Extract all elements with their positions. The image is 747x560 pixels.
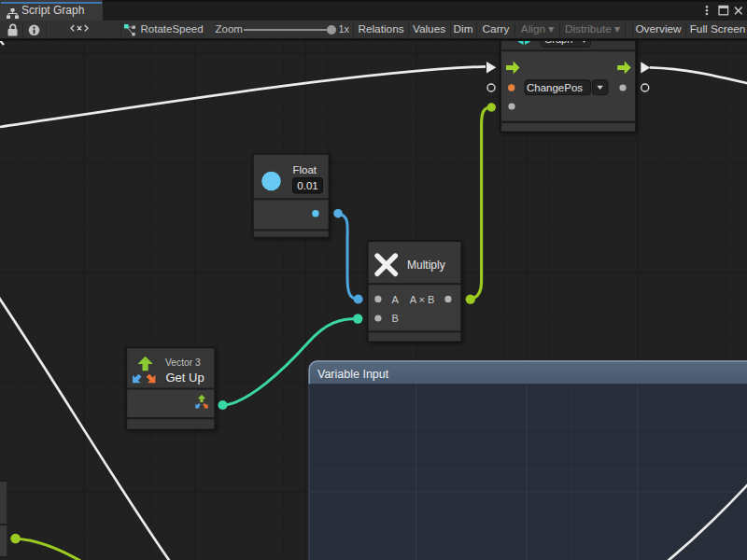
svg-text:A × B: A × B <box>410 294 435 305</box>
svg-text:B: B <box>392 313 399 324</box>
svg-text:Variable Input: Variable Input <box>317 368 389 381</box>
svg-text:0.01: 0.01 <box>297 180 317 191</box>
svg-text:ChangePos: ChangePos <box>527 82 583 93</box>
svg-text:Get Up: Get Up <box>166 371 204 385</box>
svg-text:A: A <box>392 294 400 305</box>
svg-text:Multiply: Multiply <box>407 259 445 272</box>
svg-text:Vector 3: Vector 3 <box>165 357 201 368</box>
svg-text:Float: Float <box>293 164 317 175</box>
svg-text:Graph: Graph <box>544 41 573 45</box>
